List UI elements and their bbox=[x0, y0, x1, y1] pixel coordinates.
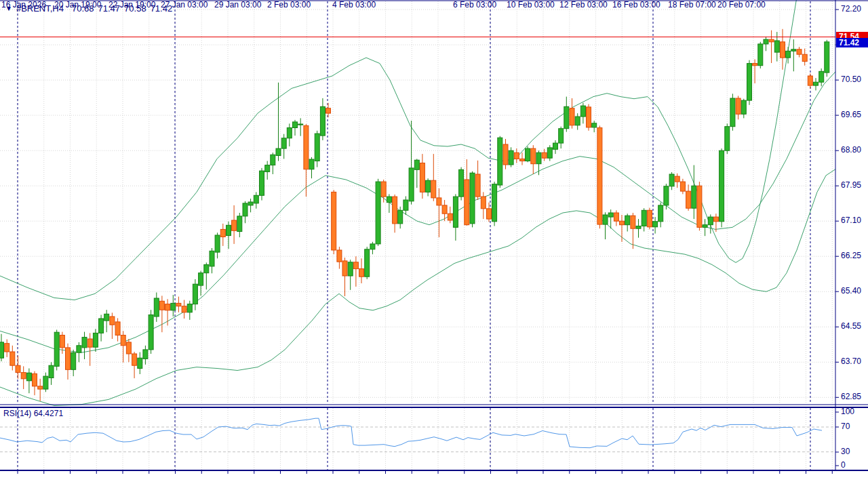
rsi-name: RSI(14) bbox=[3, 409, 31, 418]
price-tick-label: 65.40 bbox=[841, 287, 861, 296]
time-tick-label: 16 Feb 03:00 bbox=[612, 0, 660, 9]
rsi-value: 64.4271 bbox=[34, 409, 63, 418]
time-tick-label: 4 Feb 03:00 bbox=[332, 0, 376, 9]
price-tick-label: 72.20 bbox=[841, 5, 861, 14]
time-tick-label: 12 Feb 03:00 bbox=[559, 0, 608, 9]
time-tick-label: 16 Jan 2026 bbox=[1, 0, 46, 9]
rsi-indicator-label: RSI(14) 64.4271 bbox=[3, 409, 63, 418]
price-tick-label: 67.10 bbox=[841, 216, 861, 225]
time-tick-label: 18 Feb 07:00 bbox=[668, 0, 716, 9]
price-tick-label: 67.95 bbox=[841, 181, 861, 190]
current-price-label: 71.42 bbox=[836, 38, 868, 47]
rsi-tick-label: 100 bbox=[841, 407, 854, 416]
chart-canvas[interactable] bbox=[0, 0, 868, 488]
chart-window: ▼ #BRENT,H4 70.68 71.47 70.58 71.42 RSI(… bbox=[0, 0, 868, 488]
price-tick-label: 70.50 bbox=[841, 75, 861, 84]
price-tick-label: 69.65 bbox=[841, 110, 861, 119]
price-tick-label: 68.80 bbox=[841, 146, 861, 155]
time-tick-label: 2 Feb 03:00 bbox=[267, 0, 311, 9]
rsi-tick-label: 30 bbox=[841, 447, 850, 456]
time-tick-label: 6 Feb 03:00 bbox=[453, 0, 496, 9]
price-tick-label: 66.25 bbox=[841, 251, 861, 260]
price-tick-label: 62.85 bbox=[841, 392, 861, 401]
price-tick-label: 64.55 bbox=[841, 322, 861, 331]
rsi-tick-label: 0 bbox=[841, 461, 846, 470]
time-tick-label: 22 Jan 19:00 bbox=[108, 0, 155, 9]
time-tick-label: 20 Jan 19:00 bbox=[54, 0, 101, 9]
time-tick-label: 29 Jan 03:00 bbox=[214, 0, 261, 9]
time-tick-label: 10 Feb 03:00 bbox=[507, 0, 555, 9]
price-tick-label: 63.70 bbox=[841, 357, 861, 366]
time-tick-label: 20 Feb 07:00 bbox=[717, 0, 766, 9]
rsi-tick-label: 70 bbox=[841, 422, 850, 431]
time-tick-label: 27 Jan 03:00 bbox=[161, 0, 208, 9]
